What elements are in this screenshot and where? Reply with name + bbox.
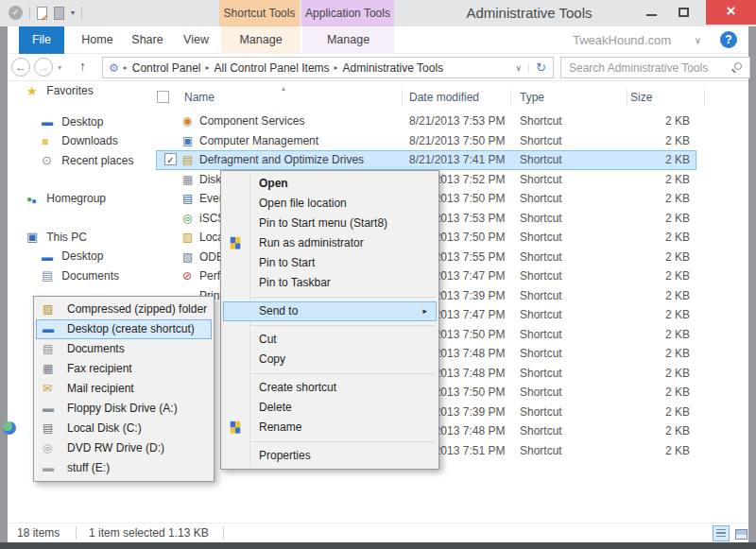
qat-dropdown-icon[interactable]: ▾ [71, 9, 75, 17]
context-menu-item-label: Open [259, 177, 288, 190]
sidebar-item[interactable]: Desktop [8, 247, 151, 266]
separator [81, 7, 82, 20]
context-menu-item[interactable]: Pin to Start menu (Start8) ▸ [221, 214, 438, 233]
sidebar-item-icon [42, 112, 59, 132]
context-menu-item[interactable]: Pin to Taskbar ▸ [221, 273, 438, 293]
file-row[interactable]: ✓ Defragment and Optimize Drives 8/21/20… [151, 150, 748, 170]
column-date-modified[interactable]: Date modified [409, 88, 479, 107]
sidebar-item-label: Desktop [61, 249, 103, 263]
send-to-item[interactable]: Mail recipient [34, 379, 214, 399]
context-menu-item[interactable]: ▸ [221, 293, 438, 301]
up-button[interactable]: ↑ [79, 59, 86, 74]
new-folder-button[interactable] [54, 7, 64, 20]
sidebar-item[interactable]: Favorites [8, 81, 151, 101]
send-to-item-icon [43, 339, 57, 359]
column-divider[interactable] [510, 89, 511, 106]
sidebar-item[interactable]: Downloads [8, 131, 151, 151]
breadcrumb-item[interactable]: All Control Panel Items [215, 61, 330, 75]
breadcrumb-item[interactable]: Control Panel [132, 61, 201, 75]
file-type: Shortcut [520, 364, 562, 384]
maximize-button[interactable] [671, 4, 696, 23]
context-menu-item[interactable]: Send to ▸ [223, 301, 437, 321]
ribbon-tab[interactable]: Manage [302, 26, 394, 54]
context-menu-item[interactable]: Properties ▸ [221, 446, 438, 466]
send-to-item[interactable]: Compressed (zipped) folder [34, 300, 214, 319]
send-to-item[interactable]: Fax recipient [34, 359, 214, 379]
sidebar-item[interactable]: Recent places [8, 151, 151, 171]
context-menu-item[interactable]: ▸ [221, 437, 438, 446]
select-all-checkbox[interactable] [157, 91, 169, 103]
breadcrumb-separator-icon[interactable]: ▸ [330, 63, 343, 72]
send-to-item[interactable]: Floppy Disk Drive (A:) [34, 399, 214, 419]
context-menu-item[interactable]: ▸ [221, 369, 438, 378]
explorer-properties-icon[interactable]: ✓ [9, 6, 23, 20]
send-to-item[interactable]: Local Disk (C:) [34, 419, 214, 438]
properties-button[interactable] [37, 7, 47, 20]
sidebar-item[interactable]: Homegroup [8, 189, 151, 209]
column-type[interactable]: Type [520, 88, 544, 107]
context-menu-item[interactable]: Open file location ▸ [221, 194, 438, 214]
context-menu-item[interactable]: Delete ▸ [221, 398, 438, 418]
large-icons-view-button[interactable] [731, 525, 748, 541]
send-to-item[interactable]: Desktop (create shortcut) [36, 319, 212, 339]
search-input[interactable] [561, 58, 730, 77]
list-header: Name ▴ Date modified Type Size [151, 88, 748, 107]
item-checkbox[interactable]: ✓ [164, 153, 177, 165]
address-dropdown-icon[interactable]: ∨ [509, 63, 530, 73]
ribbon-tab[interactable]: Share [124, 26, 171, 54]
send-to-item[interactable]: stuff (E:) [34, 458, 214, 478]
address-box[interactable]: ⚙ ▸ Control Panel ▸ All Control Panel It… [102, 57, 554, 78]
context-menu-item[interactable]: Rename ▸ [221, 418, 438, 437]
breadcrumb-item[interactable]: Administrative Tools [343, 61, 444, 75]
context-menu-item[interactable]: Open ▸ [221, 174, 438, 194]
column-divider[interactable] [704, 89, 705, 106]
ribbon-tab[interactable]: Manage [221, 26, 301, 54]
forward-button[interactable]: → [34, 58, 53, 77]
ribbon-tab[interactable]: File [19, 26, 64, 54]
file-icon [182, 228, 196, 248]
context-menu-item[interactable]: Create shortcut ▸ [221, 378, 438, 398]
column-name[interactable]: Name [184, 88, 215, 107]
context-menu-item[interactable]: ▸ [221, 321, 438, 330]
minimize-button[interactable] [639, 4, 663, 23]
context-menu-item[interactable]: Run as administrator ▸ [221, 233, 438, 253]
sidebar-item[interactable]: Documents [8, 266, 151, 286]
status-divider [223, 526, 224, 540]
file-size: 2 KB [595, 112, 690, 131]
search-icon[interactable] [734, 62, 742, 70]
file-size: 2 KB [595, 344, 690, 364]
context-menu-item[interactable]: Pin to Start ▸ [221, 253, 438, 273]
context-menu-item[interactable]: Copy ▸ [221, 350, 438, 369]
details-view-button[interactable] [713, 525, 730, 541]
ribbon-tab[interactable]: Home [74, 26, 121, 54]
send-to-item-icon [43, 438, 57, 458]
column-size[interactable]: Size [630, 88, 652, 107]
back-button[interactable]: ← [11, 58, 30, 77]
recent-locations-dropdown-icon[interactable]: ▾ [58, 63, 61, 72]
context-menu-item[interactable]: Cut ▸ [221, 330, 438, 350]
context-menu-item-label: Send to [259, 304, 298, 317]
send-to-item-label: Floppy Disk Drive (A:) [67, 402, 178, 415]
submenu-arrow-icon: ▸ [422, 301, 427, 321]
send-to-item-icon [43, 300, 57, 319]
ribbon-tab[interactable]: View [174, 26, 218, 54]
file-type: Shortcut [520, 112, 562, 131]
file-row[interactable]: ✓ Computer Management 8/21/2013 7:50 PM … [151, 131, 748, 151]
refresh-icon[interactable]: ↻ [529, 60, 553, 75]
file-icon [182, 131, 196, 151]
send-to-item[interactable]: Documents [34, 339, 214, 359]
help-button[interactable]: ? [720, 31, 737, 48]
file-icon [182, 248, 196, 267]
sidebar-item[interactable]: Desktop [8, 112, 151, 132]
breadcrumb-separator-icon[interactable]: ▸ [119, 63, 132, 72]
file-icon [182, 112, 196, 131]
column-divider[interactable] [402, 89, 403, 106]
file-row[interactable]: ✓ Component Services 8/21/2013 7:53 PM S… [151, 112, 748, 131]
breadcrumb-separator-icon[interactable]: ▸ [201, 63, 215, 72]
sidebar-item[interactable]: This PC [8, 228, 151, 248]
send-to-item[interactable]: DVD RW Drive (D:) [34, 438, 214, 458]
close-button[interactable]: × [706, 0, 756, 25]
column-divider[interactable] [627, 89, 627, 106]
ribbon-collapse-chevron-icon[interactable]: ∨ [695, 26, 701, 54]
send-to-item-label: Mail recipient [67, 382, 134, 395]
